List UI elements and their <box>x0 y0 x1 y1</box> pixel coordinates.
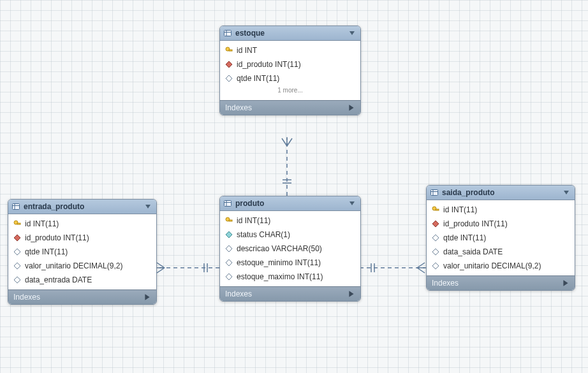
svg-marker-32 <box>14 249 20 255</box>
entity-name: saida_produto <box>442 188 495 197</box>
svg-marker-28 <box>145 205 151 208</box>
column-text: status CHAR(1) <box>237 230 290 239</box>
column-row[interactable]: id_produto INT(11) <box>220 57 360 71</box>
entity-columns: id INT(11) status CHAR(1) descricao VARC… <box>220 211 360 286</box>
collapse-icon[interactable] <box>349 29 356 37</box>
column-row[interactable]: qtde INT(11) <box>8 245 156 259</box>
column-row[interactable]: id INT(11) <box>427 203 575 217</box>
column-row[interactable]: id INT(11) <box>8 217 156 231</box>
entity-name: produto <box>235 199 264 208</box>
svg-marker-46 <box>349 291 353 297</box>
column-row[interactable]: status CHAR(1) <box>220 228 360 242</box>
foreign-key-icon <box>432 220 439 228</box>
entity-estoque[interactable]: estoque id INT id_produto INT(11) qtde I… <box>219 26 361 115</box>
column-row[interactable]: id_produto INT(11) <box>8 231 156 245</box>
field-icon <box>13 248 21 256</box>
svg-marker-56 <box>432 263 439 269</box>
entity-titlebar[interactable]: entrada_produto <box>8 200 156 214</box>
column-row[interactable]: valor_unitario DECIMAL(9,2) <box>8 259 156 273</box>
svg-marker-55 <box>432 249 439 255</box>
more-columns-label[interactable]: 1 more... <box>220 85 360 98</box>
column-row[interactable]: qtde INT(11) <box>220 71 360 85</box>
entity-columns: id INT(11) id_produto INT(11) qtde INT(1… <box>8 214 156 289</box>
indexes-label: Indexes <box>432 279 459 288</box>
column-text: valor_unitario DECIMAL(9,2) <box>25 261 122 270</box>
entity-entrada-produto[interactable]: entrada_produto id INT(11) id_produto IN… <box>8 199 157 305</box>
svg-marker-57 <box>563 280 568 286</box>
field-icon <box>225 273 233 281</box>
column-row[interactable]: id INT(11) <box>220 214 360 228</box>
field-icon <box>13 276 21 284</box>
column-row[interactable]: data_saida DATE <box>427 245 575 259</box>
field-icon <box>225 245 233 252</box>
entity-titlebar[interactable]: produto <box>220 196 360 211</box>
svg-rect-25 <box>13 204 20 210</box>
column-row[interactable]: id_produto INT(11) <box>427 217 575 231</box>
table-icon <box>224 29 232 37</box>
column-text: id INT(11) <box>443 205 477 214</box>
indexes-label: Indexes <box>13 293 40 302</box>
field-icon <box>225 75 233 82</box>
field-icon <box>432 262 439 270</box>
column-text: id INT(11) <box>237 216 270 225</box>
svg-rect-41 <box>229 220 232 221</box>
key-icon <box>225 47 233 54</box>
expand-icon[interactable] <box>348 104 355 112</box>
column-row[interactable]: estoque_minimo INT(11) <box>220 256 360 270</box>
table-icon <box>430 189 438 196</box>
svg-marker-43 <box>226 245 232 252</box>
collapse-icon[interactable] <box>349 200 356 207</box>
column-row[interactable]: descricao VARCHAR(50) <box>220 242 360 256</box>
svg-rect-36 <box>224 201 232 207</box>
foreign-key-icon <box>13 234 21 242</box>
indexes-section[interactable]: Indexes <box>427 275 575 290</box>
entity-saida-produto[interactable]: saida_produto id INT(11) id_produto INT(… <box>426 185 575 291</box>
collapse-icon[interactable] <box>563 189 571 196</box>
column-text: data_saida DATE <box>443 247 503 256</box>
entity-produto[interactable]: produto id INT(11) status CHAR(1) descri… <box>219 196 361 302</box>
column-text: qtde INT(11) <box>443 233 486 242</box>
column-text: id INT <box>237 46 257 55</box>
entity-columns: id INT id_produto INT(11) qtde INT(11) 1… <box>220 41 360 100</box>
svg-rect-52 <box>436 209 439 210</box>
indexes-label: Indexes <box>225 103 252 112</box>
column-text: id_produto INT(11) <box>237 60 301 69</box>
rel-produto-estoque <box>282 137 292 196</box>
entity-columns: id INT(11) id_produto INT(11) qtde INT(1… <box>427 200 575 275</box>
column-row[interactable]: qtde INT(11) <box>427 231 575 245</box>
rel-produto-entrada <box>156 263 219 273</box>
svg-marker-31 <box>14 235 20 241</box>
svg-marker-24 <box>349 105 353 111</box>
expand-icon[interactable] <box>562 279 570 287</box>
attribute-icon <box>225 231 233 238</box>
column-text: qtde INT(11) <box>25 247 68 256</box>
indexes-section[interactable]: Indexes <box>220 286 360 301</box>
er-diagram-canvas[interactable]: estoque id INT id_produto INT(11) qtde I… <box>0 0 588 373</box>
column-text: estoque_maximo INT(11) <box>237 272 323 281</box>
svg-rect-16 <box>224 31 232 36</box>
column-row[interactable]: data_entrada DATE <box>8 273 156 287</box>
column-text: estoque_minimo INT(11) <box>237 258 321 267</box>
entity-titlebar[interactable]: saida_produto <box>427 186 575 200</box>
column-text: id INT(11) <box>25 219 59 228</box>
column-row[interactable]: id INT <box>220 43 360 57</box>
entity-name: estoque <box>235 29 265 38</box>
indexes-section[interactable]: Indexes <box>220 100 360 115</box>
indexes-section[interactable]: Indexes <box>8 289 156 304</box>
column-row[interactable]: estoque_maximo INT(11) <box>220 270 360 284</box>
expand-icon[interactable] <box>143 293 151 301</box>
column-row[interactable]: valor_unitario DECIMAL(9,2) <box>427 259 575 273</box>
svg-marker-53 <box>432 221 439 227</box>
entity-titlebar[interactable]: estoque <box>220 26 360 41</box>
collapse-icon[interactable] <box>145 203 152 210</box>
entity-name: entrada_produto <box>24 202 84 211</box>
svg-marker-45 <box>226 274 232 280</box>
svg-marker-39 <box>349 201 355 205</box>
expand-icon[interactable] <box>348 290 355 298</box>
column-text: id_produto INT(11) <box>443 219 508 228</box>
column-text: data_entrada DATE <box>25 275 92 284</box>
field-icon <box>225 259 233 267</box>
key-icon <box>432 206 439 214</box>
svg-marker-19 <box>349 31 355 35</box>
svg-marker-35 <box>145 294 149 300</box>
